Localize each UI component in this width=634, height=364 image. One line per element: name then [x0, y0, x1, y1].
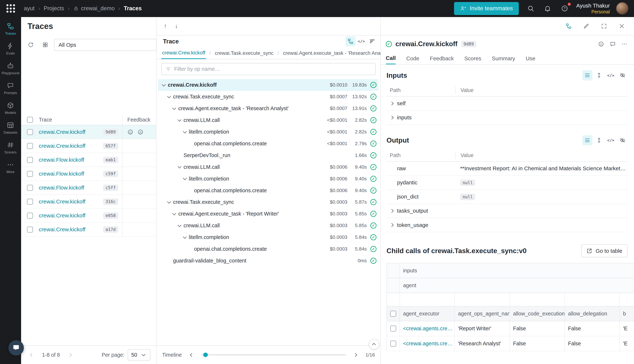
chevron-down-icon[interactable] [171, 210, 177, 217]
expand-rows-button[interactable] [594, 135, 604, 145]
path-tab[interactable]: crewai.Task.execute_sync [214, 47, 274, 59]
trace-tree-row[interactable]: litellm.completion$0.00035.84s [158, 232, 378, 243]
thumbs-smiley-icon[interactable] [127, 129, 133, 135]
sidebar-item-datasets[interactable]: Datasets [0, 118, 21, 138]
trace-tree-row[interactable]: litellm.completion$0.00069.40s [158, 173, 378, 184]
row-checkbox[interactable] [27, 143, 33, 149]
trace-tree-row[interactable]: crewai.LLM.call<$0.00012.82s [158, 114, 378, 126]
trace-tree-row[interactable]: crewai.Agent.execute_task - 'Report Writ… [158, 208, 378, 220]
trace-tree-row[interactable]: litellm.completion<$0.00012.82s [158, 126, 378, 138]
trace-tree-row[interactable]: crewai.LLM.call$0.00069.40s [158, 161, 378, 173]
table-row[interactable]: crewai.Crew.kickoffa17d [21, 223, 156, 236]
json-view-button[interactable] [606, 135, 616, 145]
trace-tree-row[interactable]: openai.chat.completions.create$0.00069.4… [158, 184, 378, 196]
add-reaction-smiley-icon[interactable] [598, 41, 604, 47]
output-value-raw[interactable]: **Investment Report: AI in Chemical and … [455, 165, 627, 172]
tab-summary[interactable]: Summary [492, 52, 515, 64]
chevron-down-icon[interactable] [182, 176, 188, 182]
timeline-next-button[interactable] [351, 350, 361, 360]
chevron-down-icon[interactable] [166, 199, 172, 205]
list-view-button[interactable] [582, 135, 592, 145]
sidebar-item-scorers[interactable]: Scorers [0, 138, 21, 158]
fullscreen-icon[interactable] [598, 20, 610, 32]
sidebar-item-traces[interactable]: Traces [0, 20, 21, 39]
column-settings-button[interactable] [40, 39, 51, 50]
trace-tree-row[interactable]: crewai.Task.execute_sync$0.000713.92s [158, 91, 378, 103]
row-checkbox[interactable] [27, 185, 33, 191]
trace-tree-row[interactable]: crewai.Task.execute_sync$0.00035.87s [158, 196, 378, 208]
prev-page-button[interactable] [27, 350, 36, 360]
collapse-panel-button[interactable] [369, 339, 379, 349]
table-row[interactable]: crewai.Flow.kickoffc59f [21, 167, 156, 181]
expandable-key[interactable]: tasks_output [387, 208, 455, 214]
trace-tree-row[interactable]: openai.chat.completions.create$0.00035.8… [158, 243, 378, 255]
notifications-bell-icon[interactable] [542, 3, 553, 14]
table-row[interactable]: crewai.Crew.kickoff316c [21, 195, 156, 209]
chevron-down-icon[interactable] [161, 82, 167, 88]
table-row[interactable]: <crewai.agents.cre… 'Report Writer' Fals… [387, 321, 634, 336]
trace-tree-row[interactable]: crewai.Agent.execute_task - 'Research An… [158, 103, 378, 114]
row-checkbox[interactable] [27, 212, 33, 219]
list-view-button[interactable] [582, 70, 592, 80]
table-row[interactable]: crewai.Crew.kickoff9d89 [21, 125, 156, 139]
row-checkbox[interactable] [27, 129, 33, 135]
go-to-table-button[interactable]: Go to table [581, 244, 627, 257]
trace-tree-row[interactable]: openai.chat.completions.create<$0.00012.… [158, 138, 378, 150]
row-checkbox[interactable] [27, 199, 33, 205]
expandable-key[interactable]: token_usage [387, 222, 455, 228]
column-header[interactable]: agent_ops_agent_nan [455, 306, 510, 321]
breadcrumb-page[interactable]: Traces [124, 5, 142, 12]
agent-executor-ref[interactable]: <crewai.agents.cre… [400, 336, 455, 351]
trace-tree-row[interactable]: SerperDevTool._run1.66s [158, 150, 378, 161]
trace-link[interactable]: crewai.Crew.kickoff [39, 226, 86, 232]
trace-link[interactable]: crewai.Flow.kickoff [39, 184, 84, 191]
trace-link[interactable]: crewai.Crew.kickoff [39, 129, 86, 135]
thumbs-frown-icon[interactable] [137, 129, 143, 135]
overflow-menu-icon[interactable] [621, 41, 627, 47]
trace-tree-row[interactable]: crewai.Crew.kickoff$0.001019.83s [158, 79, 378, 91]
flamegraph-view-button[interactable] [367, 36, 377, 46]
expandable-key[interactable]: self [387, 100, 455, 107]
per-page-select[interactable]: 50 [128, 349, 150, 360]
help-icon[interactable]: ? [559, 3, 570, 14]
chevron-down-icon[interactable] [176, 117, 183, 123]
chevron-down-icon[interactable] [182, 129, 188, 135]
tab-use[interactable]: Use [526, 52, 535, 64]
wandb-logo[interactable] [7, 4, 15, 13]
user-menu[interactable]: Ayush Thakur Personal [576, 2, 609, 14]
row-checkbox[interactable] [390, 340, 396, 346]
table-row[interactable]: crewai.Crew.kickoffe058 [21, 209, 156, 223]
tab-code[interactable]: Code [406, 52, 419, 64]
tree-view-button[interactable] [346, 36, 356, 46]
sidebar-item-more[interactable]: More [0, 158, 21, 178]
op-name-filter-input[interactable] [174, 66, 371, 72]
hide-values-eye-icon[interactable] [617, 135, 627, 145]
hide-values-eye-icon[interactable] [617, 70, 627, 80]
sidebar-item-playground[interactable]: Playground [0, 59, 21, 79]
breadcrumb-entity[interactable]: ayut [24, 5, 35, 12]
close-icon[interactable] [616, 20, 627, 32]
prev-call-arrow[interactable] [164, 22, 167, 30]
path-tab[interactable]: crewai.Agent.execute_task - 'Research An… [282, 47, 381, 59]
column-header[interactable]: allow_code_execution [510, 306, 565, 321]
column-header[interactable]: b [620, 306, 634, 321]
trace-link[interactable]: crewai.Crew.kickoff [39, 143, 86, 149]
edit-pencil-icon[interactable] [581, 20, 592, 32]
table-row[interactable]: crewai.Flow.kickoffeab1 [21, 153, 156, 167]
chevron-down-icon[interactable] [182, 234, 188, 240]
path-tab-active[interactable]: crewai.Crew.kickoff [161, 47, 206, 59]
expand-rows-button[interactable] [594, 70, 604, 80]
trace-link[interactable]: crewai.Crew.kickoff [39, 198, 86, 205]
trace-link[interactable]: crewai.Flow.kickoff [39, 157, 84, 163]
row-checkbox[interactable] [27, 226, 33, 232]
column-header[interactable]: agent_executor [400, 306, 455, 321]
breadcrumb-project[interactable]: crewai_demo [73, 5, 115, 12]
sidebar-item-evals[interactable]: Evals [0, 39, 21, 59]
timeline-slider-knob[interactable] [203, 353, 208, 357]
json-view-button[interactable] [606, 70, 616, 80]
sidebar-item-models[interactable]: Models [0, 98, 21, 118]
sidebar-item-prompts[interactable]: Prompts [0, 79, 21, 98]
agent-executor-ref[interactable]: <crewai.agents.cre… [400, 321, 455, 336]
chevron-down-icon[interactable] [176, 164, 183, 170]
chevron-down-icon[interactable] [176, 222, 183, 229]
